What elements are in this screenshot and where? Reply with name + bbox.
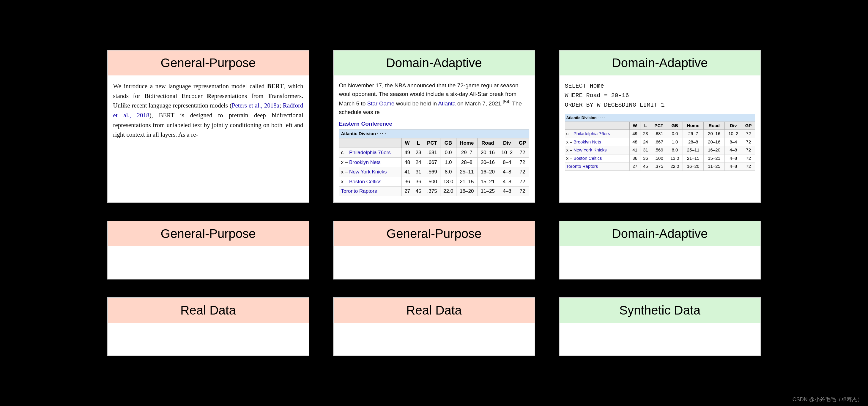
col-div: Div bbox=[498, 138, 516, 148]
card-gp-empty1-header: General-Purpose bbox=[108, 221, 309, 246]
card-gp-empty2-body bbox=[334, 246, 535, 279]
card-da-sql-body: SELECT Home WHERE Road = 20-16 ORDER BY … bbox=[560, 75, 761, 202]
card-synthetic-data-header: Synthetic Data bbox=[560, 298, 761, 323]
eastern-conference-label: Eastern Conference bbox=[339, 120, 529, 128]
table-row: x – Brooklyn Nets 4824.667 1.028–820–168… bbox=[565, 138, 755, 146]
sql-nba-table: Atlantic Division · · · · W L PCT GB Hom… bbox=[565, 114, 755, 171]
card-real-data-2-header: Real Data bbox=[334, 298, 535, 323]
card-real-data-2: Real Data bbox=[333, 297, 535, 356]
table-row: x – New York Knicks 4131.569 8.025–1116–… bbox=[339, 167, 529, 177]
card-gp-bert: General-Purpose We introduce a new langu… bbox=[107, 50, 309, 203]
sql-query: SELECT Home WHERE Road = 20-16 ORDER BY … bbox=[565, 81, 755, 110]
col-road: Road bbox=[477, 138, 498, 148]
card-real-data-2-body bbox=[334, 323, 535, 356]
table-row: Toronto Raptors 2745.375 22.016–2011–254… bbox=[339, 187, 529, 196]
card-real-data-1-header: Real Data bbox=[108, 298, 309, 323]
card-da-sql: Domain-Adaptive SELECT Home WHERE Road =… bbox=[559, 50, 761, 203]
table-row: Toronto Raptors 2745.375 22.016–2011–254… bbox=[565, 163, 755, 171]
table-row: x – Brooklyn Nets 4824.667 1.028–820–168… bbox=[339, 158, 529, 167]
card-gp-bert-body: We introduce a new language representati… bbox=[108, 75, 309, 202]
table-row: c – Philadelphia 76ers 4923.681 0.029–72… bbox=[565, 130, 755, 138]
card-da-empty3-header: Domain-Adaptive bbox=[560, 221, 761, 246]
watermark: CSDN @小斧毛毛（卓寿杰） bbox=[793, 396, 863, 403]
card-real-data-1: Real Data bbox=[107, 297, 309, 356]
col-l: L bbox=[413, 138, 424, 148]
card-da-empty3: Domain-Adaptive bbox=[559, 221, 761, 279]
card-da-empty3-body bbox=[560, 246, 761, 279]
card-gp-empty2: General-Purpose bbox=[333, 221, 535, 279]
col-w: W bbox=[402, 138, 413, 148]
nba-wiki-table: Atlantic Division · · · · W L PCT GB Hom… bbox=[339, 129, 529, 196]
nba-wiki-intro: On November 17, the NBA announced that t… bbox=[339, 81, 529, 116]
sql-atlantic-division-header: Atlantic Division · · · · bbox=[565, 114, 755, 122]
card-real-data-1-body bbox=[108, 323, 309, 356]
table-row: x – New York Knicks 4131.569 8.025–1116–… bbox=[565, 146, 755, 155]
main-grid: General-Purpose We introduce a new langu… bbox=[107, 50, 761, 356]
col-gb: GB bbox=[440, 138, 457, 148]
card-gp-empty1-body bbox=[108, 246, 309, 279]
col-pct: PCT bbox=[424, 138, 440, 148]
card-gp-empty1: General-Purpose bbox=[107, 221, 309, 279]
table-row: c – Philadelphia 76ers 4923.681 0.029–72… bbox=[339, 148, 529, 158]
col-home: Home bbox=[457, 138, 477, 148]
card-synthetic-data-body bbox=[560, 323, 761, 356]
card-da-nba-wiki: Domain-Adaptive On November 17, the NBA … bbox=[333, 50, 535, 203]
card-gp-bert-header: General-Purpose bbox=[108, 50, 309, 75]
card-gp-empty2-header: General-Purpose bbox=[334, 221, 535, 246]
atlantic-division-header: Atlantic Division · · · · bbox=[339, 130, 529, 138]
card-da-nba-wiki-body: On November 17, the NBA announced that t… bbox=[334, 75, 535, 202]
table-row: x – Boston Celtics 3636.500 13.021–1515–… bbox=[339, 177, 529, 187]
table-row: x – Boston Celtics 3636.500 13.021–1515–… bbox=[565, 154, 755, 163]
card-synthetic-data: Synthetic Data bbox=[559, 297, 761, 356]
col-gp: GP bbox=[516, 138, 529, 148]
card-da-nba-wiki-header: Domain-Adaptive bbox=[334, 50, 535, 75]
card-da-sql-header: Domain-Adaptive bbox=[560, 50, 761, 75]
col-team bbox=[339, 138, 402, 148]
